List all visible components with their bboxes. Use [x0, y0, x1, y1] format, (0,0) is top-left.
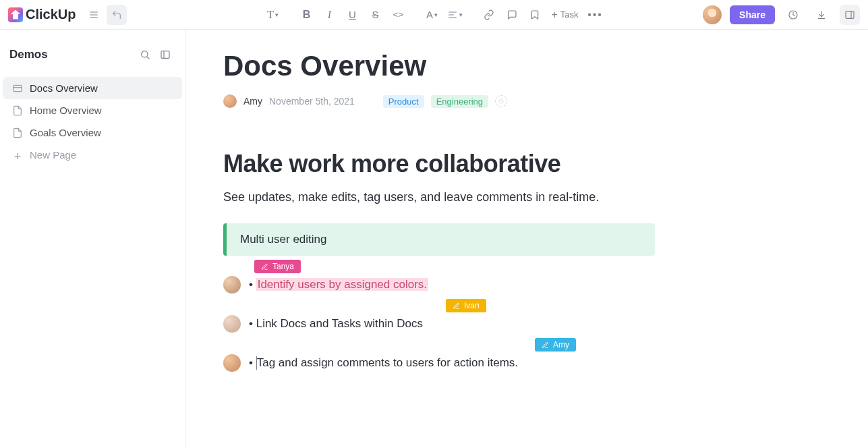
- callout-block[interactable]: Multi user editing: [223, 223, 655, 256]
- plus-icon: +: [12, 150, 23, 161]
- sidebar-new-page[interactable]: + New Page: [3, 144, 182, 166]
- tag-engineering[interactable]: Engineering: [431, 95, 488, 108]
- user-label-name: Tanya: [272, 262, 294, 271]
- undo-button[interactable]: [107, 5, 127, 25]
- comment-button[interactable]: [501, 5, 521, 25]
- doc-meta: Amy November 5th, 2021 Product Engineeri…: [223, 94, 830, 108]
- italic-button[interactable]: I: [319, 5, 339, 25]
- add-task-button[interactable]: +Task: [547, 6, 582, 24]
- text-format-toolbar: T▾ B I U S <> A▾ ▾ +Task •••: [262, 5, 605, 25]
- doc-date: November 5th, 2021: [269, 96, 355, 107]
- doc-icon: [12, 105, 23, 116]
- collab-row-amy: Amy • Tag and assign comments to users f…: [223, 354, 830, 372]
- doc-title[interactable]: Docs Overview: [223, 50, 830, 82]
- sidebar-item-docs-overview[interactable]: Docs Overview: [3, 77, 182, 99]
- history-icon[interactable]: [783, 5, 803, 25]
- add-tag-button[interactable]: [495, 95, 507, 107]
- bookmark-button[interactable]: [524, 5, 544, 25]
- doc-content: Docs Overview Amy November 5th, 2021 Pro…: [185, 30, 868, 448]
- logo-mark-icon: [8, 7, 23, 22]
- author-avatar[interactable]: [223, 94, 237, 108]
- svg-rect-13: [161, 51, 169, 59]
- bullet-plain-text: Tag and assign comments to users for act…: [257, 356, 518, 369]
- svg-line-12: [147, 57, 149, 59]
- panel-toggle-icon[interactable]: [840, 5, 860, 25]
- collaborator-avatar[interactable]: [223, 276, 241, 293]
- bullet-text[interactable]: • Identify users by assigned colors.: [249, 278, 428, 291]
- collaborator-avatar[interactable]: [223, 315, 241, 333]
- share-button[interactable]: Share: [730, 5, 775, 24]
- text-color-button[interactable]: A▾: [422, 5, 442, 25]
- sidebar-item-label: Goals Overview: [30, 127, 101, 138]
- sidebar-panel-icon[interactable]: [155, 45, 175, 65]
- sidebar-item-goals-overview[interactable]: Goals Overview: [3, 121, 182, 144]
- bullet-highlighted-text: Identify users by assigned colors.: [256, 278, 428, 291]
- author-name: Amy: [243, 96, 262, 107]
- more-button[interactable]: •••: [585, 5, 606, 25]
- sidebar-title: Demos: [9, 48, 48, 61]
- code-button[interactable]: <>: [388, 5, 408, 25]
- user-cursor-label-ivan: Ivan: [446, 299, 486, 312]
- download-icon[interactable]: [811, 5, 832, 25]
- collab-row-tanya: Tanya • Identify users by assigned color…: [223, 276, 830, 293]
- brand-logo[interactable]: ClickUp: [8, 7, 76, 22]
- add-task-label: Task: [560, 9, 579, 20]
- svg-point-11: [142, 51, 148, 57]
- svg-rect-15: [13, 85, 22, 91]
- user-label-name: Ivan: [464, 301, 480, 310]
- user-label-name: Amy: [553, 340, 569, 349]
- sidebar: Demos Docs Overview Home Overview Goals …: [0, 30, 185, 448]
- topbar-right: Share: [703, 5, 860, 25]
- bullet-text[interactable]: • Tag and assign comments to users for a…: [249, 356, 518, 370]
- align-button[interactable]: ▾: [444, 5, 465, 25]
- menu-icon[interactable]: [84, 5, 104, 25]
- new-page-label: New Page: [30, 149, 76, 161]
- sidebar-item-label: Home Overview: [30, 105, 102, 116]
- bold-button[interactable]: B: [296, 5, 316, 25]
- collab-row-ivan: Ivan • Link Docs and Tasks within Docs: [223, 315, 830, 333]
- user-cursor-label-tanya: Tanya: [254, 260, 301, 273]
- sidebar-item-home-overview[interactable]: Home Overview: [3, 99, 182, 121]
- svg-rect-9: [846, 11, 854, 18]
- doc-icon: [12, 128, 23, 138]
- bullet-plain-text: Link Docs and Tasks within Docs: [256, 317, 423, 330]
- underline-button[interactable]: U: [342, 5, 362, 25]
- user-avatar[interactable]: [703, 5, 722, 24]
- text-style-button[interactable]: T▾: [262, 5, 283, 25]
- doc-heading[interactable]: Make work more collaborative: [223, 150, 830, 178]
- collaborator-avatar[interactable]: [223, 354, 241, 372]
- sidebar-header: Demos: [0, 39, 185, 77]
- topbar: ClickUp T▾ B I U S <> A▾ ▾ +Task •••: [0, 0, 868, 30]
- search-icon[interactable]: [135, 45, 155, 65]
- overview-icon: [12, 83, 23, 94]
- link-button[interactable]: [478, 5, 498, 25]
- tag-product[interactable]: Product: [383, 95, 424, 108]
- bullet-text[interactable]: • Link Docs and Tasks within Docs: [249, 317, 423, 331]
- sidebar-item-label: Docs Overview: [30, 82, 98, 94]
- user-cursor-label-amy: Amy: [535, 338, 576, 352]
- doc-paragraph[interactable]: See updates, make edits, tag users, and …: [223, 190, 830, 204]
- strikethrough-button[interactable]: S: [365, 5, 385, 25]
- brand-name: ClickUp: [26, 7, 76, 22]
